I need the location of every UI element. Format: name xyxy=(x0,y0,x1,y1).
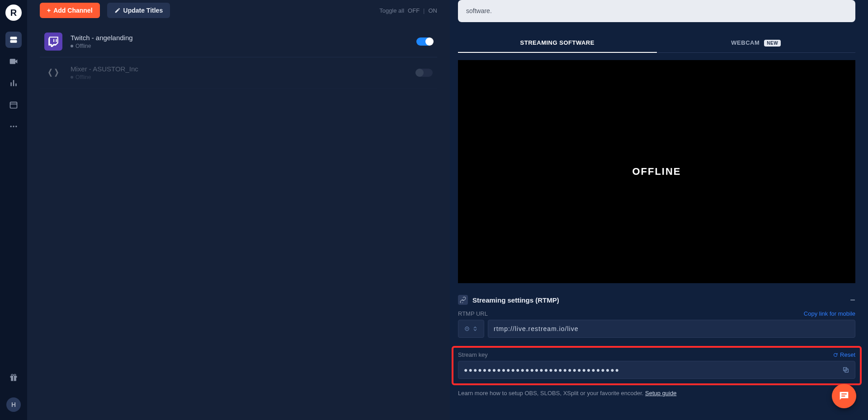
calendar-icon xyxy=(9,100,18,109)
update-titles-label: Update Titles xyxy=(123,7,163,14)
tab-webcam[interactable]: WEBCAM NEW xyxy=(657,33,856,52)
stream-key-highlight: Stream key Reset xyxy=(452,346,862,385)
svg-point-13 xyxy=(11,374,13,376)
channel-status: Offline xyxy=(75,74,91,80)
stream-key-field: Stream key Reset xyxy=(458,351,855,379)
status-dot xyxy=(71,45,73,47)
nav-schedule[interactable] xyxy=(5,97,22,113)
copy-link-mobile[interactable]: Copy link for mobile xyxy=(804,310,855,317)
svg-rect-3 xyxy=(13,80,14,86)
stream-key-input[interactable] xyxy=(464,366,839,373)
collapse-icon[interactable]: − xyxy=(850,295,855,304)
plus-icon: + xyxy=(47,7,51,14)
channels-panel: + Add Channel Update Titles Toggle all O… xyxy=(27,0,450,420)
svg-point-16 xyxy=(467,328,467,329)
pencil-icon xyxy=(114,7,121,14)
stream-preview: OFFLINE xyxy=(458,60,855,283)
info-box: software. xyxy=(458,0,855,22)
svg-point-9 xyxy=(15,126,17,127)
nav-dashboard[interactable] xyxy=(5,32,22,48)
gift-icon xyxy=(9,373,18,382)
svg-rect-5 xyxy=(10,102,17,108)
channel-row[interactable]: Mixer - ASUSTOR_Inc Offline xyxy=(40,57,437,89)
svg-rect-0 xyxy=(10,37,17,39)
copy-icon xyxy=(842,366,849,373)
help-chat-button[interactable] xyxy=(832,384,856,408)
target-icon xyxy=(464,326,470,332)
toggle-all-on[interactable]: ON xyxy=(429,7,438,14)
svg-point-7 xyxy=(10,126,12,127)
nav-gift[interactable] xyxy=(5,369,22,386)
toggle-all-off[interactable]: OFF xyxy=(408,7,420,14)
source-tabs: STREAMING SOFTWARE WEBCAM NEW xyxy=(458,33,855,53)
link-icon xyxy=(458,295,468,305)
tab-webcam-label: WEBCAM xyxy=(731,39,760,46)
toggle-all-label: Toggle all xyxy=(379,7,404,14)
svg-point-8 xyxy=(13,126,14,127)
copy-stream-key[interactable] xyxy=(842,366,849,373)
new-badge: NEW xyxy=(764,40,781,47)
refresh-icon xyxy=(833,352,838,358)
reset-stream-key[interactable]: Reset xyxy=(833,351,855,358)
server-icon xyxy=(9,35,18,44)
rtmp-location-button[interactable] xyxy=(458,320,484,338)
channel-row[interactable]: Twitch - angelanding Offline xyxy=(40,26,437,57)
setup-footnote: Learn more how to setup OBS, SLOBS, XSpl… xyxy=(458,390,855,397)
sidebar: R H xyxy=(0,0,27,420)
nav-more[interactable] xyxy=(5,118,22,135)
channel-toggle[interactable] xyxy=(416,69,433,77)
footnote-text: Learn more how to setup OBS, SLOBS, XSpl… xyxy=(458,390,645,397)
status-dot xyxy=(71,76,73,79)
stream-key-label: Stream key xyxy=(458,351,488,358)
channels-toolbar: + Add Channel Update Titles Toggle all O… xyxy=(40,0,437,26)
nav-camera[interactable] xyxy=(5,53,22,70)
mixer-icon xyxy=(47,67,59,79)
rtmp-url-field: RTMP URL Copy link for mobile xyxy=(458,310,855,338)
chat-icon xyxy=(838,390,850,402)
svg-rect-1 xyxy=(10,40,17,43)
nav-analytics[interactable] xyxy=(5,75,22,91)
channel-toggle[interactable] xyxy=(416,37,433,46)
mixer-logo xyxy=(44,64,62,82)
dots-icon xyxy=(9,122,18,131)
rtmp-url-label: RTMP URL xyxy=(458,310,488,317)
add-channel-button[interactable]: + Add Channel xyxy=(40,3,100,18)
update-titles-button[interactable]: Update Titles xyxy=(107,3,170,18)
toggle-separator: | xyxy=(423,7,425,14)
user-avatar[interactable]: H xyxy=(6,397,21,412)
stream-setup-panel: software. STREAMING SOFTWARE WEBCAM NEW … xyxy=(450,0,868,420)
settings-title: Streaming settings (RTMP) xyxy=(472,296,559,304)
channel-status: Offline xyxy=(75,43,91,49)
channel-title: Mixer - ASUSTOR_Inc xyxy=(71,65,416,73)
camera-icon xyxy=(9,57,18,66)
app-logo[interactable]: R xyxy=(5,5,22,21)
streaming-settings-header[interactable]: Streaming settings (RTMP) − xyxy=(458,291,855,310)
channel-title: Twitch - angelanding xyxy=(71,34,416,42)
twitch-logo xyxy=(44,33,62,51)
tab-streaming-software[interactable]: STREAMING SOFTWARE xyxy=(458,33,657,52)
svg-point-14 xyxy=(14,374,16,376)
rtmp-url-input[interactable] xyxy=(494,325,849,332)
chevrons-icon xyxy=(472,326,478,332)
add-channel-label: Add Channel xyxy=(53,7,92,14)
svg-rect-12 xyxy=(13,376,14,381)
preview-status: OFFLINE xyxy=(632,166,681,177)
svg-rect-2 xyxy=(10,82,12,86)
reset-label: Reset xyxy=(840,351,855,358)
twitch-icon xyxy=(47,36,59,47)
chart-icon xyxy=(9,79,18,88)
setup-guide-link[interactable]: Setup guide xyxy=(645,390,676,397)
svg-rect-4 xyxy=(15,84,16,86)
